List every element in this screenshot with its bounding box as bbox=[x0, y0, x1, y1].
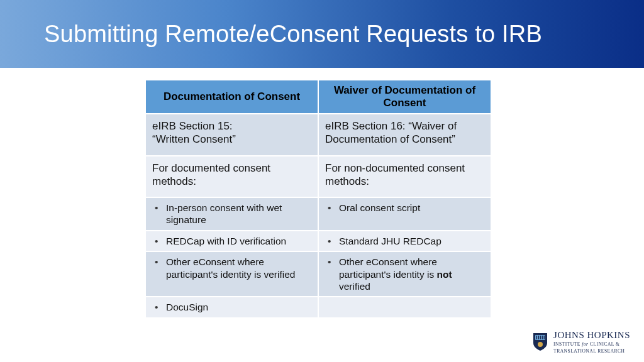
cell-bullet-right: •Other eConsent where participant's iden… bbox=[318, 251, 491, 297]
cell-bullet-right: •Oral consent script bbox=[318, 197, 491, 231]
svg-rect-4 bbox=[542, 336, 543, 339]
table-row: •DocuSign bbox=[146, 297, 491, 317]
table-row: For documented consent methods: For non-… bbox=[146, 156, 491, 198]
footer-logo-text: JOHNS HOPKINS INSTITUTE for CLINICAL & T… bbox=[553, 331, 630, 353]
table-row: eIRB Section 15: “Written Consent” eIRB … bbox=[146, 114, 491, 156]
logo-brand: JOHNS HOPKINS bbox=[553, 331, 630, 340]
table-row: •REDCap with ID verification •Standard J… bbox=[146, 231, 491, 251]
col-header-waiver: Waiver of Documentation of Consent bbox=[318, 80, 491, 114]
slide-title-bar: Submitting Remote/eConsent Requests to I… bbox=[0, 0, 644, 68]
logo-subline: INSTITUTE for CLINICAL & bbox=[553, 342, 630, 347]
table-header-row: Documentation of Consent Waiver of Docum… bbox=[146, 80, 491, 114]
cell-bullet-left: •REDCap with ID verification bbox=[146, 231, 318, 251]
cell-bullet-left: •Other eConsent where participant's iden… bbox=[146, 251, 318, 297]
cell-methods-right: For non-documented consent methods: bbox=[318, 156, 491, 198]
svg-rect-5 bbox=[544, 336, 545, 339]
cell-section-left: eIRB Section 15: “Written Consent” bbox=[146, 114, 318, 156]
comparison-table-wrap: Documentation of Consent Waiver of Docum… bbox=[146, 80, 491, 317]
consent-comparison-table: Documentation of Consent Waiver of Docum… bbox=[146, 80, 491, 317]
svg-point-6 bbox=[538, 342, 543, 347]
cell-bullet-left: •In-person consent with wet signature bbox=[146, 197, 318, 231]
cell-bullet-left: •DocuSign bbox=[146, 297, 318, 317]
slide-title: Submitting Remote/eConsent Requests to I… bbox=[44, 21, 542, 48]
svg-rect-3 bbox=[540, 336, 541, 339]
logo-subline2: TRANSLATIONAL RESEARCH bbox=[553, 349, 630, 354]
footer-logo: JOHNS HOPKINS INSTITUTE for CLINICAL & T… bbox=[532, 331, 630, 353]
cell-methods-left: For documented consent methods: bbox=[146, 156, 318, 198]
svg-rect-2 bbox=[538, 336, 540, 339]
cell-bullet-right: •Standard JHU REDCap bbox=[318, 231, 491, 251]
cell-section-right: eIRB Section 16: “Waiver of Documentatio… bbox=[318, 114, 491, 156]
cell-bullet-right-empty bbox=[318, 297, 491, 317]
col-header-documentation: Documentation of Consent bbox=[146, 80, 318, 114]
table-row: •In-person consent with wet signature •O… bbox=[146, 197, 491, 231]
johns-hopkins-shield-icon bbox=[532, 332, 548, 352]
svg-rect-1 bbox=[536, 336, 538, 339]
table-row: •Other eConsent where participant's iden… bbox=[146, 251, 491, 297]
